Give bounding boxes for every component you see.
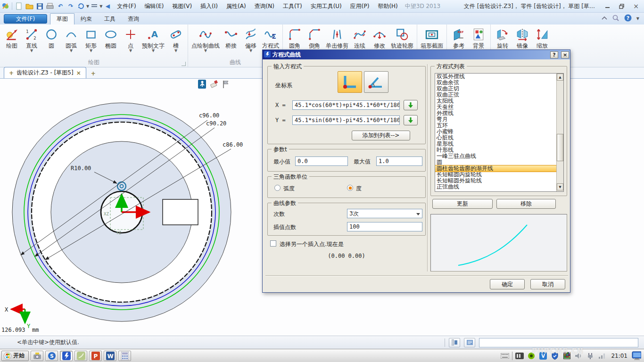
options-icon[interactable] <box>90 1 99 11</box>
ribbon-item-arc[interactable]: 圆弧 ▼ <box>61 26 81 53</box>
menu-view[interactable]: 视图(V) <box>168 1 197 11</box>
keyway-notch[interactable] <box>163 199 198 225</box>
screen-capture-icon[interactable] <box>31 351 43 361</box>
new-document-icon[interactable] <box>14 1 24 11</box>
ribbon-item-circle[interactable]: 圆 <box>41 26 61 49</box>
x-flip-button[interactable] <box>404 100 418 110</box>
list-scrollbar[interactable]: ▲ ▼ <box>556 74 563 191</box>
chevron-down-icon[interactable]: ▼ <box>90 49 92 53</box>
close-icon[interactable]: × <box>76 70 81 76</box>
list-item[interactable]: 正弦曲线 <box>435 184 563 190</box>
document-tab[interactable]: + 齿轮设计.Z3 - [草图5] × <box>4 67 86 78</box>
dim-label-r10[interactable]: R10.00 <box>71 165 91 172</box>
clock[interactable]: 21:01 <box>611 353 627 359</box>
word-icon[interactable]: W <box>104 351 116 361</box>
update-button[interactable]: 更新 <box>432 199 493 209</box>
ribbon-item-equation[interactable]: Σ 方程式 <box>261 26 281 49</box>
close-icon[interactable]: × <box>630 2 642 10</box>
exit-sketch-icon[interactable] <box>198 80 206 90</box>
ribbon-item-ellipse[interactable]: 椭圆 <box>101 26 121 49</box>
media-player-tray-icon[interactable] <box>515 351 524 361</box>
ribbon-item-slot[interactable]: 槽 ▼ <box>166 26 186 53</box>
eraser-icon[interactable] <box>210 80 218 90</box>
file-menu-button[interactable]: 文件(F) <box>4 14 47 24</box>
list-item[interactable]: 双曲正弦 <box>435 92 563 98</box>
flag-icon[interactable] <box>222 80 230 90</box>
command-input[interactable] <box>479 338 638 347</box>
ribbon-item-offset[interactable]: 偏移 ▼ <box>241 26 261 53</box>
menu-edit[interactable]: 编辑(E) <box>140 1 168 11</box>
group-launcher-icon[interactable] <box>182 62 186 66</box>
save-icon[interactable] <box>35 1 44 11</box>
list-item[interactable]: 太阳线 <box>435 98 563 104</box>
dim-label-c96[interactable]: c96.00 <box>199 112 219 119</box>
ribbon-item-point-curve[interactable]: 点绘制曲线 ▼ <box>190 26 221 53</box>
chevron-down-icon[interactable]: ▼ <box>204 49 207 53</box>
ribbon-item-trim[interactable]: 单击修剪 <box>324 26 350 49</box>
chevron-down-icon[interactable]: ▼ <box>70 49 73 53</box>
keyboard-icon[interactable] <box>500 351 510 361</box>
notes-app-icon[interactable] <box>74 351 87 361</box>
chevron-down-icon[interactable]: ▼ <box>99 4 102 8</box>
ribbon-item-rectangle[interactable]: 矩形 ▼ <box>81 26 101 53</box>
list-item[interactable]: 一峰三驻点曲线 <box>435 153 563 159</box>
ribbon-item-continue[interactable]: 连续 <box>350 26 370 49</box>
chevron-down-icon[interactable]: ▼ <box>636 16 639 21</box>
menu-help[interactable]: 帮助(H) <box>373 1 402 11</box>
ribbon-item-pretext[interactable]: A 预制文字 ▼ <box>140 26 166 53</box>
min-value-input[interactable]: 0.0 <box>295 156 348 166</box>
open-folder-icon[interactable] <box>25 1 34 11</box>
ribbon-item-point[interactable]: 点 ▼ <box>121 26 140 53</box>
ribbon-item-mirror[interactable]: 镜像 <box>512 26 532 49</box>
zw3d-taskbar-icon[interactable] <box>60 351 73 361</box>
show-desktop-icon[interactable] <box>632 351 641 361</box>
ribbon-item-background[interactable]: 背景 <box>469 26 488 49</box>
radian-radio[interactable] <box>274 185 281 191</box>
chevron-down-icon[interactable]: ▼ <box>129 49 132 53</box>
restore-button[interactable] <box>616 2 628 10</box>
menu-insert[interactable]: 插入(I) <box>196 1 222 11</box>
order-select[interactable]: 3次 <box>347 209 422 218</box>
scrollbar-thumb[interactable] <box>557 134 563 161</box>
add-to-list-button[interactable]: 添加到列表--> <box>352 131 410 140</box>
scroll-down-icon[interactable]: ▼ <box>557 183 563 190</box>
filter-list-button[interactable] <box>449 338 460 347</box>
browser-s-icon[interactable]: S <box>45 351 58 361</box>
chevron-down-icon[interactable]: ▼ <box>30 49 33 53</box>
polar-coord-button[interactable] <box>364 71 388 93</box>
list-item[interactable]: 外摆线 <box>435 110 563 116</box>
ribbon-item-draw[interactable]: 绘图 <box>2 26 22 49</box>
menu-file[interactable]: 文件(F) <box>113 1 140 11</box>
ribbon-item-scale[interactable]: 缩放 <box>532 26 552 49</box>
dim-label-c86[interactable]: c86.00 <box>223 141 243 148</box>
dialog-title-bar[interactable]: 方程式曲线 ? × <box>263 50 570 59</box>
start-button[interactable]: 开始 <box>1 351 29 361</box>
chevron-down-icon[interactable]: ▼ <box>152 49 155 53</box>
refresh-icon[interactable] <box>76 1 86 11</box>
list-item[interactable]: 心脏线 <box>435 135 563 141</box>
y-flip-button[interactable] <box>404 115 418 125</box>
ribbon-item-box-section[interactable]: 箱形截面 <box>419 26 445 49</box>
powerpoint-icon[interactable]: P <box>89 351 102 361</box>
menu-tools[interactable]: 工具(T) <box>279 1 306 11</box>
chevron-down-icon[interactable]: ▼ <box>174 49 177 53</box>
ribbon-item-modify[interactable]: 修改 <box>370 26 389 49</box>
ribbon-item-line[interactable]: 12 直线 ▼ <box>22 26 41 53</box>
search-icon[interactable] <box>612 15 619 23</box>
degree-radio[interactable] <box>347 185 353 191</box>
menu-attributes[interactable]: 属性(A) <box>222 1 250 11</box>
network-signal-icon[interactable] <box>597 351 607 361</box>
tab-inquire[interactable]: 查询 <box>122 14 145 25</box>
chevron-down-icon[interactable]: ▼ <box>86 4 89 8</box>
ribbon-item-chamfer[interactable]: 倒角 <box>305 26 324 49</box>
cartesian-coord-button[interactable] <box>338 71 362 93</box>
tab-tools[interactable]: 工具 <box>98 14 122 25</box>
dim-label-c90[interactable]: c90.20 <box>206 120 226 127</box>
ribbon-item-track-profile[interactable]: 轨迹轮廓 <box>389 26 415 49</box>
collapse-left-icon[interactable]: ◀ <box>103 1 112 11</box>
insert-point-checkbox[interactable] <box>270 240 276 247</box>
ribbon-item-bridge[interactable]: 桥接 <box>221 26 241 49</box>
list-item[interactable]: 天蚕丝 <box>435 104 563 110</box>
remove-button[interactable]: 移除 <box>496 199 556 209</box>
collapse-ribbon-icon[interactable] <box>601 16 608 22</box>
